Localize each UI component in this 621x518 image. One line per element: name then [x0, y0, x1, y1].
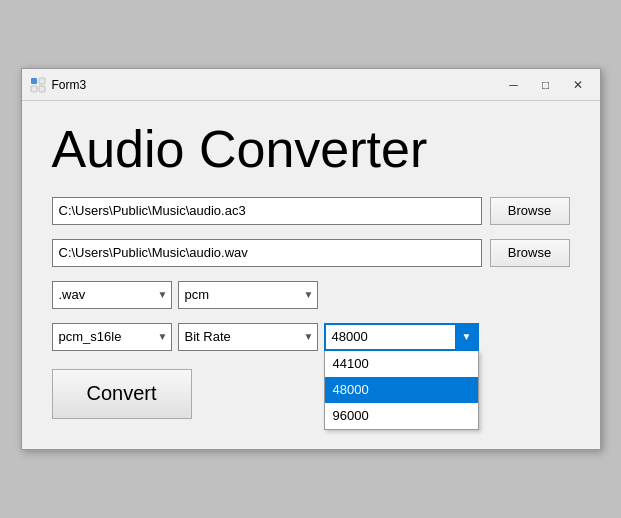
codec-select[interactable]: pcm aac mp3 flac: [178, 281, 318, 309]
close-button[interactable]: ✕: [564, 74, 592, 96]
app-title: Audio Converter: [52, 121, 570, 178]
bitrate-option-48000[interactable]: 48000: [325, 377, 478, 403]
svg-rect-1: [39, 78, 45, 84]
subcodec-select[interactable]: pcm_s16le pcm_s24le pcm_s32le: [52, 323, 172, 351]
main-window: Form3 ─ □ ✕ Audio Converter Browse Brows…: [21, 68, 601, 449]
window-title: Form3: [52, 78, 87, 92]
titlebar-left: Form3: [30, 77, 87, 93]
browse-output-button[interactable]: Browse: [490, 239, 570, 267]
bitrate-dropdown-container: 48000 ▼ 44100 48000 96000: [324, 323, 479, 351]
bitrate-dropdown-toggle[interactable]: ▼: [455, 323, 479, 351]
minimize-button[interactable]: ─: [500, 74, 528, 96]
convert-button[interactable]: Convert: [52, 369, 192, 419]
codec-dropdown-wrapper: pcm aac mp3 flac ▼: [178, 281, 318, 309]
window-content: Audio Converter Browse Browse .wav .mp3 …: [22, 101, 600, 448]
svg-rect-3: [39, 86, 45, 92]
bitrate-label-wrapper: Bit Rate ▼: [178, 323, 318, 351]
titlebar: Form3 ─ □ ✕: [22, 69, 600, 101]
source-file-input[interactable]: [52, 197, 482, 225]
source-file-row: Browse: [52, 197, 570, 225]
bitrate-option-44100[interactable]: 44100: [325, 351, 478, 377]
format-dropdown-wrapper: .wav .mp3 .flac .aac ▼: [52, 281, 172, 309]
output-file-row: Browse: [52, 239, 570, 267]
bitrate-option-96000[interactable]: 96000: [325, 403, 478, 429]
svg-rect-2: [31, 86, 37, 92]
window-controls: ─ □ ✕: [500, 74, 592, 96]
maximize-button[interactable]: □: [532, 74, 560, 96]
browse-source-button[interactable]: Browse: [490, 197, 570, 225]
bitrate-dropdown-list: 44100 48000 96000: [324, 351, 479, 430]
format-codec-row: .wav .mp3 .flac .aac ▼ pcm aac mp3 flac …: [52, 281, 570, 309]
bitrate-label-select[interactable]: Bit Rate: [178, 323, 318, 351]
subcodec-dropdown-wrapper: pcm_s16le pcm_s24le pcm_s32le ▼: [52, 323, 172, 351]
output-file-input[interactable]: [52, 239, 482, 267]
svg-rect-0: [31, 78, 37, 84]
bitrate-value: 48000: [332, 329, 368, 344]
format-select[interactable]: .wav .mp3 .flac .aac: [52, 281, 172, 309]
window-icon: [30, 77, 46, 93]
subcodec-bitrate-row: pcm_s16le pcm_s24le pcm_s32le ▼ Bit Rate…: [52, 323, 570, 351]
